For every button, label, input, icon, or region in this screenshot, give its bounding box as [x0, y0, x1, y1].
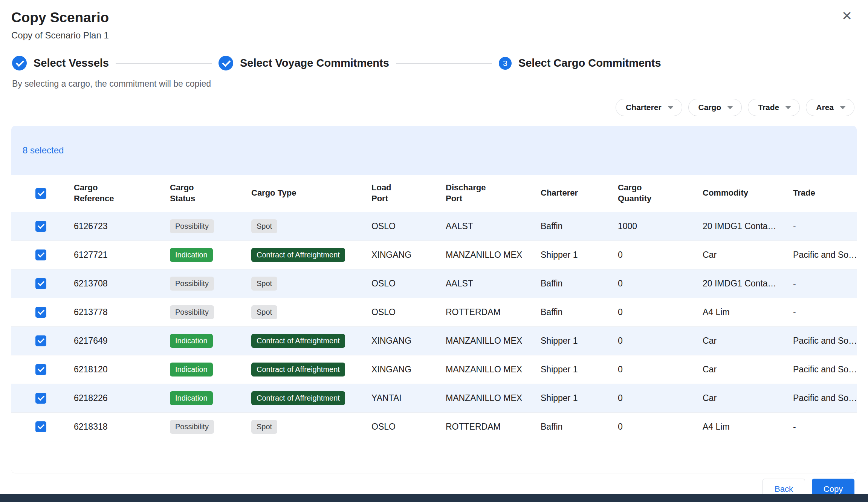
stepper-connector [396, 63, 492, 64]
cell-discharge-port: ROTTERDAM [445, 298, 540, 326]
column-header-trade: Trade [792, 175, 857, 212]
cell-trade: - [792, 269, 857, 298]
cell-cargo-quantity: 0 [617, 412, 702, 441]
cell-cargo-type: Contract of Affreightment [251, 240, 371, 269]
cargo-type-badge: Spot [251, 420, 277, 434]
cell-commodity: 20 IMDG1 Conta… [702, 212, 792, 240]
filter-charterer-dropdown[interactable]: Charterer [616, 99, 682, 116]
cargo-type-badge: Spot [251, 277, 277, 291]
cell-charterer: Shipper 1 [540, 384, 617, 412]
table-row[interactable]: 6218120 Indication Contract of Affreight… [11, 355, 857, 384]
cell-load-port: OSLO [371, 269, 445, 298]
cell-discharge-port: ROTTERDAM [445, 412, 540, 441]
cell-cargo-type: Spot [251, 212, 371, 240]
cell-trade: Pacific and So… [792, 240, 857, 269]
row-checkbox[interactable] [35, 421, 46, 432]
cell-cargo-reference: 6127721 [73, 240, 169, 269]
cell-trade: - [792, 412, 857, 441]
table-header-row: Cargo Reference Cargo Status Cargo Type … [11, 175, 857, 212]
filter-trade-dropdown[interactable]: Trade [748, 99, 800, 116]
cell-cargo-quantity: 1000 [617, 212, 702, 240]
cargo-type-badge: Spot [251, 219, 277, 233]
cell-commodity: A4 Lim [702, 412, 792, 441]
status-badge: Indication [170, 334, 213, 348]
cell-cargo-reference: 6213708 [73, 269, 169, 298]
chevron-down-icon [727, 106, 733, 109]
table-row[interactable]: 6213708 Possibility Spot OSLO AALST Baff… [11, 269, 857, 298]
cell-cargo-status: Indication [169, 240, 251, 269]
step-select-cargo-commitments[interactable]: 3 Select Cargo Commitments [499, 57, 661, 70]
step-label: Select Voyage Commitments [240, 57, 389, 69]
cell-discharge-port: MANZANILLO MEX [445, 384, 540, 412]
status-badge: Indication [170, 363, 213, 376]
row-checkbox[interactable] [35, 364, 46, 375]
column-header-cargo-quantity: Cargo Quantity [617, 175, 702, 212]
status-badge: Possibility [170, 420, 214, 434]
select-all-checkbox[interactable] [35, 188, 46, 199]
cell-cargo-status: Indication [169, 355, 251, 384]
filter-label: Trade [758, 103, 779, 112]
cell-cargo-type: Contract of Affreightment [251, 355, 371, 384]
status-badge: Possibility [170, 219, 214, 233]
dialog-subtitle: Copy of Scenario Plan 1 [11, 30, 854, 41]
cell-load-port: XINGANG [371, 355, 445, 384]
cell-cargo-type: Contract of Affreightment [251, 384, 371, 412]
cell-charterer: Baffin [540, 212, 617, 240]
column-header-discharge-port: Discharge Port [445, 175, 540, 212]
status-badge: Possibility [170, 305, 214, 319]
step-number-badge: 3 [499, 57, 512, 70]
cell-trade: - [792, 212, 857, 240]
cell-cargo-reference: 6218318 [73, 412, 169, 441]
cell-charterer: Baffin [540, 298, 617, 326]
cell-load-port: XINGANG [371, 240, 445, 269]
cell-charterer: Baffin [540, 269, 617, 298]
cell-discharge-port: MANZANILLO MEX [445, 326, 540, 355]
cell-cargo-type: Spot [251, 412, 371, 441]
table-row[interactable]: 6217649 Indication Contract of Affreight… [11, 326, 857, 355]
filter-label: Cargo [698, 103, 721, 112]
cell-cargo-type: Contract of Affreightment [251, 326, 371, 355]
cell-trade: Pacific and So… [792, 326, 857, 355]
cargo-type-badge: Contract of Affreightment [251, 248, 345, 262]
page-title: Copy Scenario [11, 10, 854, 26]
step-select-vessels[interactable]: Select Vessels [12, 56, 109, 70]
cell-commodity: Car [702, 326, 792, 355]
cell-commodity: Car [702, 355, 792, 384]
cell-cargo-reference: 6126723 [73, 212, 169, 240]
cell-cargo-status: Possibility [169, 269, 251, 298]
cell-cargo-reference: 6218226 [73, 384, 169, 412]
row-checkbox[interactable] [35, 335, 46, 346]
table-row[interactable]: 6218226 Indication Contract of Affreight… [11, 384, 857, 412]
cargo-type-badge: Spot [251, 305, 277, 319]
cell-cargo-status: Possibility [169, 412, 251, 441]
column-header-load-port: Load Port [371, 175, 445, 212]
cargo-commitments-table-card: 8 selected Cargo Reference Cargo Status … [11, 126, 857, 473]
cell-cargo-status: Possibility [169, 212, 251, 240]
cell-cargo-quantity: 0 [617, 269, 702, 298]
step-select-voyage-commitments[interactable]: Select Voyage Commitments [219, 56, 389, 70]
filter-area-dropdown[interactable]: Area [806, 99, 854, 116]
row-checkbox[interactable] [35, 278, 46, 289]
cell-cargo-reference: 6218120 [73, 355, 169, 384]
table-row[interactable]: 6127721 Indication Contract of Affreight… [11, 240, 857, 269]
cargo-commitments-table: Cargo Reference Cargo Status Cargo Type … [11, 175, 857, 441]
cell-charterer: Shipper 1 [540, 240, 617, 269]
cell-commodity: 20 IMDG1 Conta… [702, 269, 792, 298]
row-checkbox[interactable] [35, 307, 46, 318]
close-icon[interactable] [838, 7, 856, 25]
cell-commodity: Car [702, 240, 792, 269]
dialog-header: Copy Scenario Copy of Scenario Plan 1 [0, 0, 868, 41]
table-row[interactable]: 6218318 Possibility Spot OSLO ROTTERDAM … [11, 412, 857, 441]
table-row[interactable]: 6126723 Possibility Spot OSLO AALST Baff… [11, 212, 857, 240]
cell-cargo-type: Spot [251, 298, 371, 326]
row-checkbox[interactable] [35, 221, 46, 232]
column-header-cargo-reference: Cargo Reference [73, 175, 169, 212]
table-row[interactable]: 6213778 Possibility Spot OSLO ROTTERDAM … [11, 298, 857, 326]
filter-cargo-dropdown[interactable]: Cargo [688, 99, 742, 116]
cargo-type-badge: Contract of Affreightment [251, 334, 345, 348]
cell-cargo-status: Indication [169, 384, 251, 412]
row-checkbox[interactable] [35, 249, 46, 260]
stepper-connector [116, 63, 212, 64]
filter-bar: Charterer Cargo Trade Area [0, 99, 854, 116]
row-checkbox[interactable] [35, 393, 46, 404]
